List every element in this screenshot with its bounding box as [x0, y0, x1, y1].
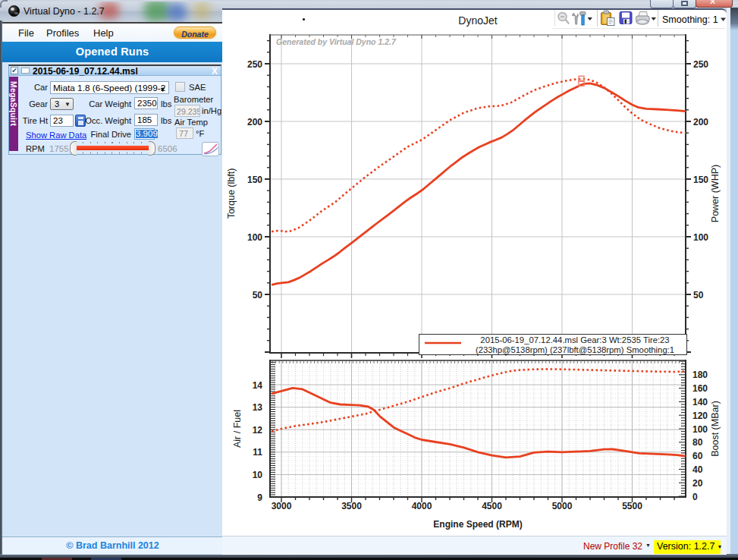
svg-text:5000: 5000: [552, 501, 573, 511]
svg-text:Generated by Virtual Dyno 1.2.: Generated by Virtual Dyno 1.2.7: [276, 37, 397, 46]
svg-text:200: 200: [693, 117, 708, 127]
svg-text:0: 0: [692, 492, 698, 502]
svg-text:150: 150: [247, 175, 262, 185]
svg-text:14: 14: [253, 380, 263, 391]
svg-text:180: 180: [692, 370, 708, 380]
svg-text:9: 9: [257, 492, 262, 503]
svg-text:13: 13: [253, 402, 263, 413]
svg-text:50: 50: [693, 290, 704, 300]
svg-text:80: 80: [692, 437, 703, 448]
svg-text:3500: 3500: [341, 501, 362, 511]
svg-text:10: 10: [253, 470, 263, 480]
svg-text:3000: 3000: [272, 501, 292, 511]
svg-text:120: 120: [692, 411, 708, 421]
svg-text:200: 200: [247, 117, 262, 127]
svg-text:11: 11: [253, 447, 262, 458]
svg-text:40: 40: [692, 464, 703, 475]
svg-text:250: 250: [247, 59, 262, 70]
svg-text:60: 60: [692, 451, 703, 461]
svg-text:100: 100: [247, 232, 262, 243]
svg-text:Air / Fuel: Air / Fuel: [232, 410, 243, 448]
svg-text:2015-06-19_07.12.44.msl Gear:3: 2015-06-19_07.12.44.msl Gear:3 Wt:2535 T…: [480, 335, 669, 344]
svg-text:140: 140: [692, 397, 708, 407]
svg-text:20: 20: [692, 478, 703, 489]
svg-text:12: 12: [253, 425, 263, 436]
svg-text:4000: 4000: [412, 501, 432, 511]
svg-text:4500: 4500: [482, 501, 502, 511]
svg-text:DynoJet: DynoJet: [458, 14, 497, 27]
svg-text:Engine Speed (RPM): Engine Speed (RPM): [433, 519, 522, 530]
svg-text:5500: 5500: [622, 501, 642, 511]
svg-text:Boost (MBar): Boost (MBar): [710, 401, 721, 457]
svg-text:(233hp@5138rpm) (237lbft@5138r: (233hp@5138rpm) (237lbft@5138rpm) Smooth…: [476, 345, 674, 354]
svg-text:Torque (lbft): Torque (lbft): [226, 168, 237, 219]
svg-text:150: 150: [693, 175, 708, 185]
svg-text:250: 250: [693, 59, 708, 70]
svg-text:100: 100: [692, 424, 708, 435]
svg-text:50: 50: [253, 290, 263, 300]
svg-text:Smoothing: 1: Smoothing: 1: [662, 14, 718, 25]
svg-text:Power (WHP): Power (WHP): [710, 165, 721, 222]
svg-text:100: 100: [693, 232, 708, 243]
svg-text:160: 160: [692, 383, 708, 394]
